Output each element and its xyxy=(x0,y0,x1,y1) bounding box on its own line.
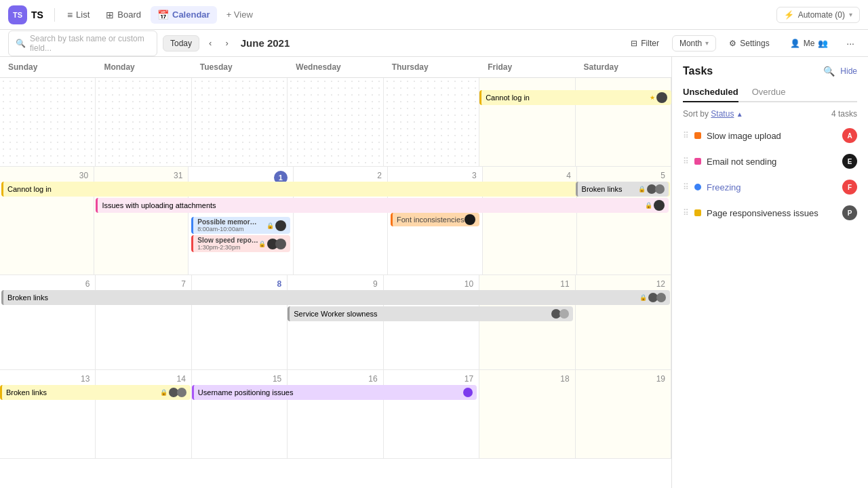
day-30: 30 xyxy=(3,169,91,182)
next-month-arrow[interactable]: › xyxy=(221,35,232,51)
day-header-sun: Sunday xyxy=(0,57,96,77)
event-avatar xyxy=(275,220,286,231)
cell-prev-thu xyxy=(384,78,479,166)
tasks-search-icon[interactable]: 🔍 xyxy=(823,66,835,77)
event-name: Font inconsistencies xyxy=(397,216,465,224)
settings-button[interactable]: ⚙ Settings xyxy=(722,35,776,52)
cell-jun16: 16 xyxy=(288,370,383,458)
more-options-button[interactable]: ··· xyxy=(841,35,860,52)
automate-btn[interactable]: ⚡ Automate (0) ▾ xyxy=(776,7,860,23)
task-avatar-2: E xyxy=(842,154,857,169)
nav-tab-calendar-label: Calendar xyxy=(172,9,210,20)
event-font-inconsistencies[interactable]: Font inconsistencies xyxy=(391,213,479,226)
task-avatar-1: A xyxy=(842,128,857,143)
day-3: 3 xyxy=(391,169,479,182)
toolbar-right: ⊟ Filter Month ▾ ⚙ Settings 👤 Me 👥 ··· xyxy=(623,35,860,52)
cell-jun9: 9 xyxy=(288,275,383,369)
day-16: 16 xyxy=(290,373,380,385)
drag-handle[interactable]: ⠿ xyxy=(683,157,689,166)
task-name-3[interactable]: Freezing xyxy=(707,182,837,192)
task-item-email[interactable]: ⠿ Email not sending E xyxy=(677,148,863,174)
lock-icon: 🔒 xyxy=(258,241,266,247)
tab-unscheduled[interactable]: Unscheduled xyxy=(683,83,738,102)
lock-icon: 🔒 xyxy=(639,294,647,301)
task-avatar-4: P xyxy=(842,205,857,220)
day-12: 12 xyxy=(578,278,668,290)
task-item-page-responsiveness[interactable]: ⠿ Page responsiveness issues P xyxy=(677,200,863,226)
status-dot-pink xyxy=(694,158,701,165)
tab-overdue[interactable]: Overdue xyxy=(752,83,786,102)
nav-tab-board[interactable]: ⊞ Board xyxy=(99,6,148,24)
day-4: 4 xyxy=(486,169,574,182)
nav-tab-list[interactable]: ≡ List xyxy=(60,6,96,24)
board-icon: ⊞ xyxy=(106,9,114,20)
tasks-actions: 🔍 Hide xyxy=(823,66,857,77)
sort-direction-icon: ▲ xyxy=(736,110,743,118)
cell-prev-wed xyxy=(288,78,383,166)
nav-divider-1 xyxy=(54,8,55,22)
hide-button[interactable]: Hide xyxy=(840,66,857,76)
event-label: Username positioning issues xyxy=(198,388,294,396)
day-15: 15 xyxy=(195,373,284,385)
possible-memory-event: Possible memor… 8:00am-10:00am 🔒 Slow sp… xyxy=(191,217,290,252)
cell-jun7: 7 xyxy=(96,275,191,369)
event-broken-links-week3[interactable]: Broken links 🔒 xyxy=(0,385,191,400)
event-uploading-attachments[interactable]: Issues with uploading attachments 🔒 xyxy=(96,198,669,213)
tasks-title: Tasks xyxy=(683,65,713,77)
app-name: TS xyxy=(31,9,43,20)
status-dot-blue xyxy=(694,184,701,190)
tasks-header: Tasks 🔍 Hide xyxy=(672,57,868,83)
group-icon: 👥 xyxy=(818,39,828,48)
today-button[interactable]: Today xyxy=(163,35,199,52)
calendar-header: Sunday Monday Tuesday Wednesday Thursday… xyxy=(0,57,671,78)
day-8: 8 xyxy=(195,278,284,290)
month-chevron: ▾ xyxy=(705,39,709,47)
task-name-2: Email not sending xyxy=(707,157,837,167)
event-broken-links-week1[interactable]: Broken links 🔒 xyxy=(576,182,669,197)
event-slow-speed[interactable]: Slow speed repo… 1:30pm-2:30pm 🔒 xyxy=(191,235,290,252)
day-10: 10 xyxy=(387,278,476,290)
event-cannot-log-in-week0[interactable]: Cannot log in ★ xyxy=(479,90,671,105)
lock-icon: 🔒 xyxy=(267,222,274,229)
drag-handle[interactable]: ⠿ xyxy=(683,131,689,140)
event-label: Broken links xyxy=(7,293,48,302)
calendar-icon: 📅 xyxy=(157,9,169,20)
event-avatar xyxy=(465,214,475,225)
avatar2 xyxy=(656,293,666,302)
event-service-worker[interactable]: Service Worker slowness xyxy=(288,306,572,321)
day-14: 14 xyxy=(98,373,188,385)
list-icon: ≡ xyxy=(67,9,73,20)
task-item-freezing[interactable]: ⠿ Freezing F xyxy=(677,174,863,200)
event-broken-links-week2[interactable]: Broken links 🔒 xyxy=(1,290,670,305)
event-username-positioning[interactable]: Username positioning issues xyxy=(192,385,477,400)
cell-jun15: 15 xyxy=(192,370,288,458)
search-box[interactable]: 🔍 Search by task name or custom field... xyxy=(8,30,157,56)
drag-handle[interactable]: ⠿ xyxy=(683,208,689,218)
prev-month-arrow[interactable]: ‹ xyxy=(205,35,216,51)
toolbar: 🔍 Search by task name or custom field...… xyxy=(0,30,868,57)
nav-tab-calendar[interactable]: 📅 Calendar xyxy=(151,6,217,24)
sort-field-link[interactable]: Status xyxy=(711,109,734,119)
calendar-week-1: 30 31 1 Possible memor… 8:00am-10:00am xyxy=(0,167,671,275)
event-time: 1:30pm-2:30pm xyxy=(197,244,258,251)
cell-jun17: 17 xyxy=(384,370,479,458)
add-view-btn[interactable]: + View xyxy=(220,6,260,23)
automate-chevron: ▾ xyxy=(849,11,852,18)
event-cannot-log-in-week1[interactable]: Cannot log in 🔒 xyxy=(1,182,670,197)
filter-icon: ⊟ xyxy=(631,39,637,48)
drag-handle[interactable]: ⠿ xyxy=(683,182,689,192)
me-label: Me xyxy=(804,39,815,48)
task-name-1: Slow image upload xyxy=(707,131,837,141)
month-view-button[interactable]: Month ▾ xyxy=(672,35,716,52)
status-dot-orange xyxy=(694,132,701,139)
day-header-mon: Monday xyxy=(96,57,191,77)
me-button[interactable]: 👤 Me 👥 xyxy=(783,35,836,52)
event-name: Slow speed repo… xyxy=(197,237,258,244)
event-label: Broken links xyxy=(582,185,623,193)
event-possible-memory[interactable]: Possible memor… 8:00am-10:00am 🔒 xyxy=(191,217,290,234)
task-item-slow-image[interactable]: ⠿ Slow image upload A xyxy=(677,123,863,148)
event-time: 8:00am-10:00am xyxy=(197,226,256,232)
search-placeholder: Search by task name or custom field... xyxy=(30,34,150,53)
day-6: 6 xyxy=(3,278,92,290)
filter-button[interactable]: ⊟ Filter xyxy=(623,35,667,52)
